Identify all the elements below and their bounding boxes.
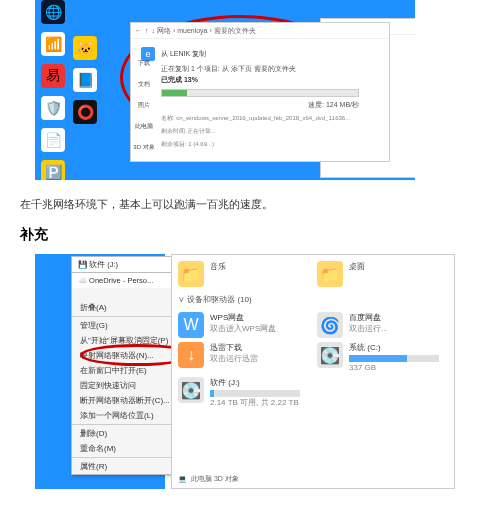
drive-item[interactable]: 💽系统 (C:)337 GB	[317, 342, 448, 373]
menu-item[interactable]: 从"开始"屏幕取消固定(P)	[72, 333, 185, 348]
explorer-window: 📁音乐 📁桌面 ∨ 设备和驱动器 (10) WWPS网盘双击进入WPS网盘 🌀百…	[171, 254, 455, 489]
drive-icon: 💽	[317, 342, 343, 368]
desktop-icon[interactable]: 🌐	[41, 0, 65, 24]
download-speed: 速度: 124 MB/秒	[131, 99, 389, 110]
menu-item[interactable]: 映射网络驱动器(N)...	[72, 348, 185, 363]
desktop-icon[interactable]: 📶	[41, 32, 65, 56]
download-filename: 名称: cn_windows_server_2016_updated_feb_2…	[131, 110, 389, 123]
sidebar-item[interactable]: 此电脑	[131, 122, 157, 131]
progress-fill	[162, 90, 187, 96]
desktop-icon-col-2: 🐱 📘 ⭕	[73, 36, 97, 124]
menu-item[interactable]: 属性(R)	[72, 459, 185, 474]
drive-item[interactable]: 💽软件 (J:)2.14 TB 可用, 共 2.22 TB	[178, 377, 448, 408]
drive-item[interactable]: WWPS网盘双击进入WPS网盘	[178, 312, 309, 338]
sidebar-item[interactable]: 下载	[131, 59, 157, 68]
desktop-icon-col-1: 🌐 📶 易 🛡️ 📄 🅿️	[41, 0, 65, 180]
sidebar-item[interactable]: 3D 对象	[131, 143, 157, 152]
download-status-line: 正在复制 1 个项目: 从 添下页 需要的文件夹	[131, 63, 389, 74]
tree-item[interactable]: ☁️ OneDrive - Perso...	[71, 272, 186, 288]
wps-icon: W	[178, 312, 204, 338]
heading-supplement: 补充	[20, 226, 500, 244]
desktop-icon[interactable]: 📘	[73, 68, 97, 92]
sidebar-item[interactable]: 文档	[131, 80, 157, 89]
download-dialog: ←↑ ↓ 网络 › muenloya › 需要的文件夹 下载 文档 图片 此电脑…	[130, 22, 390, 162]
menu-item[interactable]: 折叠(A)	[72, 300, 185, 315]
explorer-sidebar: 下载 文档 图片 此电脑 3D 对象	[131, 59, 157, 152]
drive-icon: 💽	[178, 377, 204, 403]
explorer-footer: 💻 此电脑 3D 对象	[178, 474, 239, 484]
folder-icon: 📁	[317, 261, 343, 287]
menu-item[interactable]: 重命名(M)	[72, 441, 185, 456]
desktop-icon[interactable]: 🐱	[73, 36, 97, 60]
download-remaining: 剩余时间:正在计算...	[131, 123, 389, 136]
section-header[interactable]: 设备和驱动器 (10)	[187, 295, 251, 304]
screenshot-context-menu: 💾 软件 (J:) ☁️ OneDrive - Perso... 折叠(A) 管…	[35, 254, 455, 489]
xunlei-icon: ↓	[178, 342, 204, 368]
dialog-title-bar: ←↑ ↓ 网络 › muenloya › 需要的文件夹	[131, 23, 389, 39]
drive-item[interactable]: ↓迅雷下载双击运行迅雷	[178, 342, 309, 373]
menu-item[interactable]: 管理(G)	[72, 318, 185, 333]
desktop-bg: 🌐 📶 易 🛡️ 📄 🅿️ 🐱 📘 ⭕ ←↑ ↓ 网络 › muenloya ›…	[35, 0, 415, 180]
menu-item[interactable]: 固定到快速访问	[72, 378, 185, 393]
menu-item[interactable]: 在新窗口中打开(E)	[72, 363, 185, 378]
screenshot-download: 🌐 📶 易 🛡️ 📄 🅿️ 🐱 📘 ⭕ ←↑ ↓ 网络 › muenloya ›…	[0, 0, 500, 185]
download-percent: 已完成 13%	[131, 74, 389, 85]
desktop-icon[interactable]: 易	[41, 64, 65, 88]
tree-item[interactable]: 💾 软件 (J:)	[71, 256, 186, 273]
desktop-icon[interactable]: 🛡️	[41, 96, 65, 120]
context-menu: 💾 软件 (J:) ☁️ OneDrive - Perso... 折叠(A) 管…	[71, 268, 186, 475]
desktop-icon[interactable]: 📄	[41, 128, 65, 152]
drive-item[interactable]: 📁音乐	[178, 261, 309, 287]
sidebar-item[interactable]: 图片	[131, 101, 157, 110]
menu-item[interactable]: 添加一个网络位置(L)	[72, 408, 185, 423]
download-remaining-items: 剩余项目: 1 (4.69...)	[131, 136, 389, 149]
baidu-icon: 🌀	[317, 312, 343, 338]
breadcrumb[interactable]: ↓ 网络 › muenloya › 需要的文件夹	[152, 26, 256, 36]
drive-item[interactable]: 📁桌面	[317, 261, 448, 287]
menu-item[interactable]: 删除(D)	[72, 426, 185, 441]
drive-item[interactable]: 🌀百度网盘双击运行...	[317, 312, 448, 338]
desktop-icon[interactable]: 🅿️	[41, 160, 65, 180]
progress-bar	[161, 89, 359, 97]
download-from-row: e 从 LENIK 复制	[131, 39, 389, 63]
folder-icon: 📁	[178, 261, 204, 287]
desktop-icon[interactable]: ⭕	[73, 100, 97, 124]
download-from-label: 从 LENIK 复制	[161, 49, 206, 59]
menu-item[interactable]: 断开网络驱动器断开(C)...	[72, 393, 185, 408]
caption-1: 在千兆网络环境下，基本上可以跑满一百兆的速度。	[20, 197, 500, 212]
